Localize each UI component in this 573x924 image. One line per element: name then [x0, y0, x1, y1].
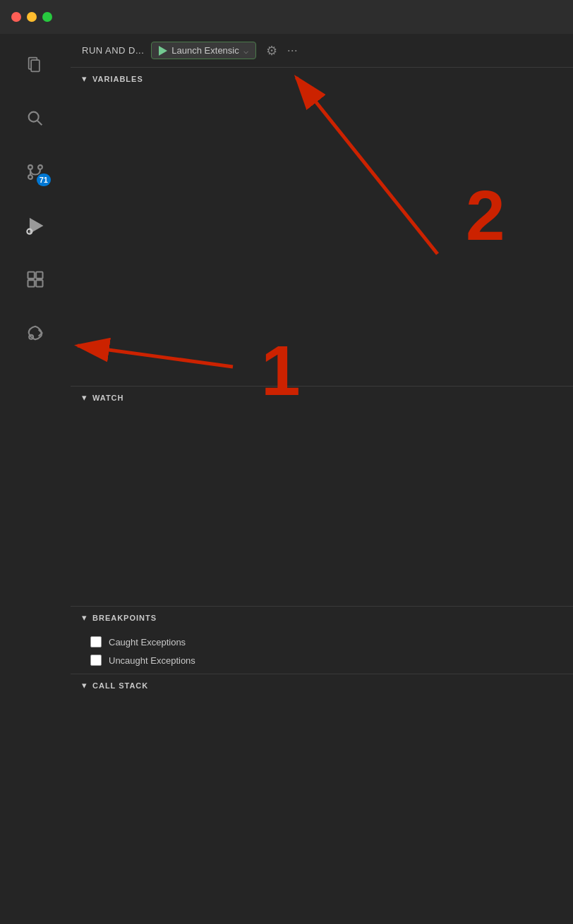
- uncaught-exceptions-checkbox[interactable]: [90, 655, 102, 666]
- sidebar-item-remote[interactable]: [18, 316, 52, 350]
- sidebar-item-search[interactable]: [18, 102, 52, 135]
- watch-section-title: WATCH: [92, 394, 124, 402]
- traffic-lights: [11, 12, 52, 22]
- run-config-label: Launch Extensic: [171, 45, 239, 56]
- gear-icon[interactable]: ⚙: [266, 43, 277, 59]
- breakpoints-section: ▾ BREAKPOINTS Caught Exceptions Uncaught…: [71, 607, 573, 674]
- variables-chevron-icon: ▾: [82, 73, 87, 84]
- svg-point-4: [28, 165, 32, 169]
- svg-point-6: [28, 175, 32, 179]
- svg-rect-10: [28, 272, 35, 279]
- run-button[interactable]: Launch Extensic ⌵: [151, 42, 255, 59]
- svg-point-2: [29, 112, 39, 122]
- panel-header: RUN AND D... Launch Extensic ⌵ ⚙ ···: [71, 34, 573, 68]
- play-icon: [159, 46, 167, 56]
- sidebar-panel: RUN AND D... Launch Extensic ⌵ ⚙ ··· ▾ V…: [71, 34, 573, 924]
- caught-exceptions-label: Caught Exceptions: [109, 637, 186, 648]
- callstack-section-title: CALL STACK: [92, 681, 148, 690]
- watch-section: ▾ WATCH: [71, 387, 573, 607]
- variables-section-title: VARIABLES: [92, 75, 143, 83]
- svg-rect-1: [31, 60, 40, 71]
- close-button[interactable]: [11, 12, 21, 22]
- more-options-icon[interactable]: ···: [287, 43, 298, 58]
- variables-section-header[interactable]: ▾ VARIABLES: [71, 68, 573, 90]
- sidebar-item-run-debug[interactable]: [18, 209, 52, 243]
- watch-section-header[interactable]: ▾ WATCH: [71, 387, 573, 408]
- svg-rect-13: [36, 280, 42, 286]
- activity-bar: 71: [0, 34, 71, 924]
- maximize-button[interactable]: [42, 12, 52, 22]
- callstack-content: [71, 696, 573, 738]
- svg-line-3: [37, 121, 42, 125]
- panel-title: RUN AND D...: [82, 45, 144, 56]
- callstack-section-header[interactable]: ▾ CALL STACK: [71, 674, 573, 696]
- sidebar-item-extensions[interactable]: [18, 262, 52, 296]
- titlebar: [0, 0, 573, 34]
- svg-rect-12: [28, 280, 35, 286]
- svg-point-5: [38, 165, 42, 169]
- breakpoints-section-header[interactable]: ▾ BREAKPOINTS: [71, 607, 573, 628]
- caught-exceptions-checkbox[interactable]: [90, 636, 102, 648]
- watch-content: [71, 408, 573, 606]
- variables-content: [71, 90, 573, 386]
- source-control-badge: 71: [37, 174, 51, 186]
- callstack-section: ▾ CALL STACK: [71, 674, 573, 924]
- caught-exceptions-row[interactable]: Caught Exceptions: [71, 633, 573, 651]
- minimize-button[interactable]: [27, 12, 37, 22]
- uncaught-exceptions-row[interactable]: Uncaught Exceptions: [71, 651, 573, 669]
- variables-section: ▾ VARIABLES: [71, 68, 573, 387]
- breakpoints-content: Caught Exceptions Uncaught Exceptions: [71, 628, 573, 674]
- svg-rect-11: [36, 272, 42, 279]
- sidebar-item-source-control[interactable]: 71: [18, 155, 52, 189]
- breakpoints-chevron-icon: ▾: [82, 612, 87, 623]
- watch-chevron-icon: ▾: [82, 392, 87, 403]
- uncaught-exceptions-label: Uncaught Exceptions: [109, 655, 195, 666]
- dropdown-caret-icon: ⌵: [243, 46, 248, 56]
- breakpoints-section-title: BREAKPOINTS: [92, 614, 157, 622]
- sidebar-item-files[interactable]: [18, 48, 52, 82]
- callstack-chevron-icon: ▾: [82, 680, 87, 691]
